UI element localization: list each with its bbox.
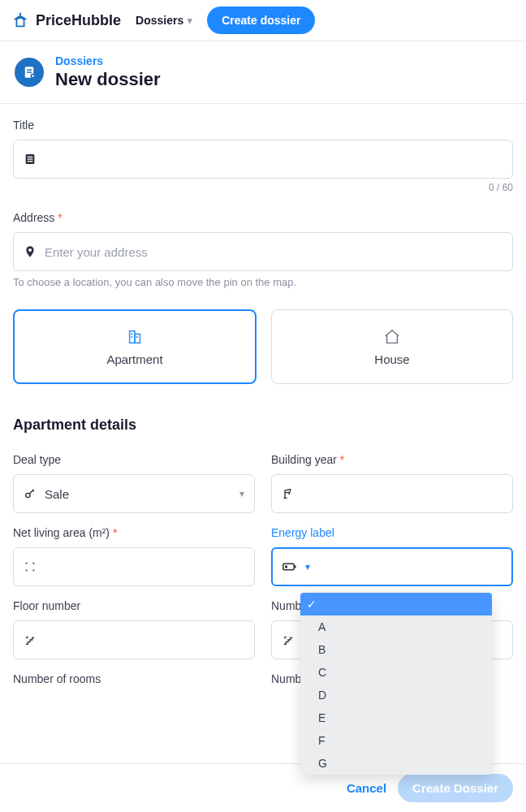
address-input-box[interactable]	[13, 232, 513, 271]
page-title: New dossier	[55, 69, 161, 90]
number-of-rooms-label: Number of rooms	[13, 672, 255, 685]
title-input[interactable]	[45, 153, 502, 166]
svg-rect-6	[28, 158, 33, 159]
check-icon: ✓	[307, 598, 317, 611]
apartment-label: Apartment	[106, 352, 162, 366]
create-dossier-submit-button[interactable]: Create Dossier	[398, 774, 513, 802]
title-counter: 0 / 60	[13, 182, 513, 193]
svg-rect-11	[131, 336, 132, 338]
crane-icon	[282, 487, 295, 500]
net-living-area-label: Net living area (m²) *	[13, 526, 255, 539]
floor-number-input[interactable]: #	[13, 620, 255, 659]
deal-type-select[interactable]: Sale ▾	[13, 474, 255, 513]
deal-type-label: Deal type	[13, 453, 255, 466]
energy-option-c[interactable]: C	[300, 661, 492, 684]
cancel-button[interactable]: Cancel	[347, 774, 386, 802]
topbar: PriceHubble Dossiers ▾ Create dossier	[0, 0, 526, 41]
energy-option-b[interactable]: B	[300, 638, 492, 661]
title-label: Title	[13, 119, 513, 132]
energy-label-select[interactable]: ▾	[271, 547, 513, 586]
svg-rect-14	[283, 564, 295, 570]
energy-option-g[interactable]: G	[300, 752, 492, 775]
stairs-icon: #	[282, 633, 295, 646]
building-year-input[interactable]	[271, 474, 513, 513]
energy-option-a[interactable]: A	[300, 615, 492, 638]
svg-text:#: #	[26, 635, 29, 640]
property-type-row: Apartment House	[13, 309, 513, 384]
energy-option-d[interactable]: D	[300, 684, 492, 706]
document-icon	[24, 153, 37, 166]
svg-rect-2	[27, 71, 32, 73]
address-hint: To choose a location, you can also move …	[13, 276, 513, 288]
caret-down-icon: ▾	[239, 488, 244, 499]
caret-down-icon: ▾	[305, 561, 310, 572]
svg-text:#: #	[284, 635, 287, 640]
svg-point-13	[26, 493, 30, 497]
svg-rect-10	[131, 333, 132, 335]
energy-option-f[interactable]: F	[300, 729, 492, 752]
nav-dossiers-label: Dossiers	[136, 14, 183, 27]
brand-name: PriceHubble	[36, 12, 121, 29]
svg-rect-5	[28, 157, 33, 158]
energy-label-dropdown: ▾ ✓ A B C D E F G	[300, 593, 492, 775]
area-icon	[24, 560, 37, 573]
nav-dossiers[interactable]: Dossiers ▾	[136, 14, 192, 27]
house-label: House	[374, 352, 409, 366]
energy-option-e[interactable]: E	[300, 706, 492, 729]
svg-rect-15	[295, 566, 296, 568]
key-icon	[24, 487, 37, 500]
battery-icon	[282, 561, 297, 572]
pin-icon	[24, 244, 37, 259]
dossier-icon	[15, 58, 44, 87]
brand-logo: PriceHubble	[11, 11, 121, 29]
svg-rect-16	[285, 566, 287, 568]
energy-label-label: Energy label	[271, 526, 513, 539]
svg-rect-7	[28, 161, 33, 162]
address-label: Address *	[13, 211, 513, 224]
create-dossier-button[interactable]: Create dossier	[207, 6, 315, 34]
apartment-icon	[126, 328, 144, 346]
deal-type-value: Sale	[45, 487, 231, 501]
floor-number-label: Floor number	[13, 599, 255, 612]
page-header: Dossiers New dossier	[0, 41, 526, 104]
building-year-label: Building year *	[271, 453, 513, 466]
energy-option-blank[interactable]: ✓	[300, 593, 492, 615]
property-type-apartment[interactable]: Apartment	[13, 309, 257, 384]
house-icon	[383, 328, 401, 346]
breadcrumb[interactable]: Dossiers	[55, 54, 161, 67]
svg-rect-9	[135, 334, 140, 343]
svg-rect-1	[27, 69, 32, 71]
net-living-area-input[interactable]	[13, 547, 255, 586]
stairs-icon: #	[24, 633, 37, 646]
section-title: Apartment details	[13, 417, 513, 434]
logo-icon	[11, 11, 29, 29]
required-marker: *	[58, 211, 62, 224]
address-input[interactable]	[45, 245, 502, 259]
title-input-box[interactable]	[13, 140, 513, 179]
chevron-down-icon: ▾	[188, 15, 192, 26]
svg-rect-12	[136, 336, 138, 338]
property-type-house[interactable]: House	[271, 309, 513, 384]
